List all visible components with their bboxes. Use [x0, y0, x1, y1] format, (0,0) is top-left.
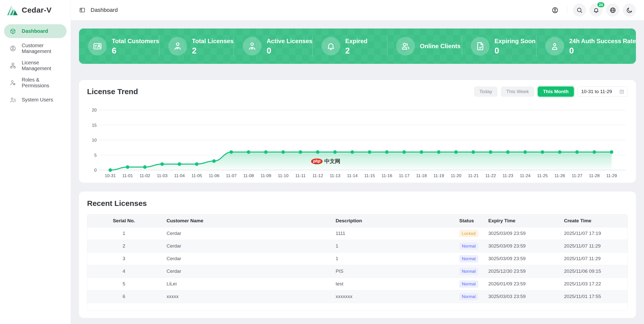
- svg-text:11-29: 11-29: [606, 173, 617, 178]
- cell-customer: Cerdar: [160, 227, 330, 240]
- watermark-text: 中文网: [324, 158, 340, 165]
- status-badge: Normal: [459, 255, 478, 262]
- svg-text:11-04: 11-04: [174, 173, 185, 178]
- table-row: 4 Cerdar PIS Normal 2025/12/30 23:59 202…: [87, 265, 628, 278]
- sidebar-item-license-management[interactable]: License Management: [4, 59, 67, 72]
- php-watermark: php 中文网: [311, 158, 340, 165]
- cell-expiry: 2026/01/09 23:59: [482, 278, 558, 290]
- cell-status: Normal: [453, 278, 482, 290]
- svg-text:11-11: 11-11: [295, 173, 306, 178]
- dark-mode-button[interactable]: [623, 4, 636, 17]
- svg-text:11-01: 11-01: [122, 173, 133, 178]
- recent-licenses-title: Recent Licenses: [87, 199, 628, 208]
- column-status: Status: [453, 214, 482, 227]
- svg-text:11-08: 11-08: [243, 173, 254, 178]
- cell-expiry: 3025/03/09 23:59: [482, 252, 558, 265]
- svg-text:11-21: 11-21: [468, 173, 478, 178]
- svg-text:11-23: 11-23: [502, 173, 513, 178]
- cell-expiry: 3025/03/03 23:59: [482, 290, 558, 303]
- table-footer: [87, 303, 628, 311]
- table-row: 2 Cerdar 1 Normal 3025/03/09 23:59 2025/…: [87, 240, 628, 252]
- sidebar-item-label: Dashboard: [22, 28, 48, 34]
- stat-expiring-soon: Expiring Soon 0: [462, 29, 536, 64]
- cell-serial: 5: [87, 278, 160, 290]
- svg-text:11-15: 11-15: [364, 173, 375, 178]
- collapse-sidebar-icon[interactable]: [79, 7, 86, 13]
- svg-text:11-05: 11-05: [191, 173, 202, 178]
- cell-status: Normal: [453, 290, 482, 303]
- sidebar-item-roles-permissions[interactable]: Roles & Permissions: [4, 76, 67, 90]
- cell-expiry: 3025/03/09 23:59: [482, 240, 558, 252]
- stat-label: Online Clients: [420, 43, 461, 50]
- status-badge: Normal: [459, 268, 478, 275]
- cell-customer: LiLei: [160, 278, 330, 290]
- date-range-input[interactable]: [581, 89, 617, 94]
- cell-serial: 6: [87, 290, 160, 303]
- svg-text:11-10: 11-10: [278, 173, 288, 178]
- cell-description: xxxxxxx: [330, 290, 453, 303]
- license-trend-title: License Trend: [87, 87, 138, 96]
- filter-this-week-button[interactable]: This Week: [501, 87, 534, 97]
- cell-customer: Cerdar: [160, 252, 330, 265]
- language-button[interactable]: [606, 4, 619, 17]
- stat-active-licenses: Active Licenses 0: [234, 29, 312, 64]
- filter-this-month-button[interactable]: This Month: [538, 87, 574, 97]
- calendar-icon[interactable]: [619, 89, 625, 94]
- column-serial-no: Serial No.: [87, 214, 160, 227]
- stat-value: 0: [569, 46, 636, 55]
- cell-serial: 4: [87, 265, 160, 278]
- column-expiry-time: Expiry Time: [482, 214, 558, 227]
- column-description: Description: [330, 214, 453, 227]
- sidebar-item-label: License Management: [22, 60, 63, 71]
- user-avatar-button[interactable]: [548, 4, 561, 17]
- sidebar-item-dashboard[interactable]: Dashboard: [4, 24, 67, 38]
- sidebar-item-customer-management[interactable]: Customer Management: [4, 41, 67, 55]
- users-icon: [401, 41, 410, 51]
- svg-text:11-25: 11-25: [537, 173, 548, 178]
- table-row: 1 Cerdar 1111 Locked 3025/03/09 23:59 20…: [87, 227, 628, 240]
- cell-description: 1111: [330, 227, 453, 240]
- cell-create: 2025/11/07 11:29: [558, 252, 628, 265]
- status-badge: Normal: [459, 293, 478, 300]
- svg-text:20: 20: [92, 108, 97, 113]
- svg-text:11-06: 11-06: [209, 173, 219, 178]
- svg-text:11-14: 11-14: [347, 173, 358, 178]
- svg-text:11-02: 11-02: [140, 173, 150, 178]
- sidebar-nav: Dashboard Customer Management License Ma…: [0, 20, 71, 111]
- page-title: Dashboard: [91, 7, 118, 13]
- license-trend-card: License Trend Today This Week This Month: [79, 80, 636, 183]
- cedar-logo-icon: [7, 4, 18, 16]
- date-range-picker[interactable]: [577, 87, 628, 97]
- user-x-icon: [247, 41, 257, 51]
- cell-description: 1: [330, 240, 453, 252]
- search-button[interactable]: [573, 4, 586, 17]
- cell-status: Normal: [453, 252, 482, 265]
- svg-text:11-03: 11-03: [157, 173, 167, 178]
- stat-label: Expiring Soon: [495, 38, 536, 45]
- svg-text:11-12: 11-12: [312, 173, 323, 178]
- svg-text:10-31: 10-31: [105, 173, 116, 178]
- stat-label: Total Customers: [112, 38, 159, 45]
- svg-text:11-13: 11-13: [330, 173, 340, 178]
- cell-description: 1: [330, 252, 453, 265]
- license-trend-chart[interactable]: 0510152010-3111-0111-0211-0311-0411-0511…: [79, 105, 636, 183]
- sidebar-item-system-users[interactable]: System Users: [4, 93, 67, 107]
- bell-icon: [326, 41, 336, 51]
- stat-total-licenses: Total Licenses 2: [159, 29, 234, 64]
- bell-icon: [593, 7, 600, 14]
- svg-text:5: 5: [94, 153, 97, 158]
- svg-text:11-07: 11-07: [226, 173, 236, 178]
- stat-total-customers: Total Customers 6: [79, 29, 159, 64]
- notifications-button[interactable]: 24: [589, 4, 603, 17]
- svg-text:11-18: 11-18: [416, 173, 427, 178]
- sidebar-item-label: Roles & Permissions: [22, 77, 63, 89]
- cell-serial: 1: [87, 227, 160, 240]
- filter-today-button[interactable]: Today: [474, 87, 498, 97]
- trend-filters: Today This Week This Month: [474, 87, 628, 97]
- document-check-icon: [475, 41, 485, 51]
- stat-value: 0: [495, 46, 536, 55]
- logo: Cedar-V: [0, 0, 71, 20]
- sitemap-icon: [10, 62, 16, 69]
- status-badge: Normal: [459, 242, 478, 250]
- column-create-time: Create Time: [558, 214, 628, 227]
